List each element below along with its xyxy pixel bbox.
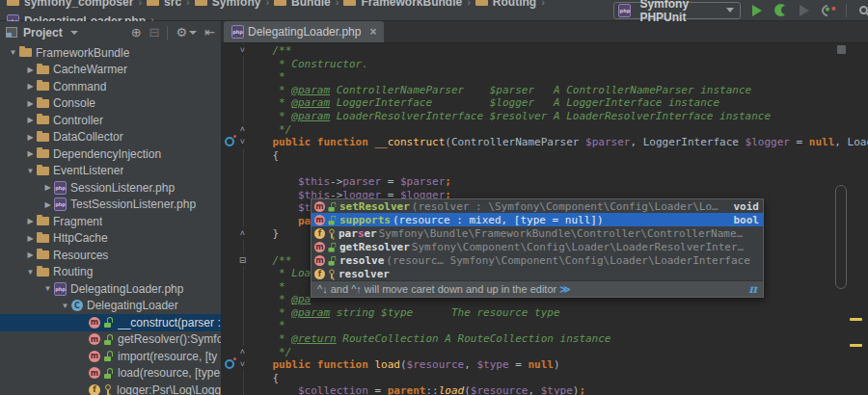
collapse-all-icon[interactable]: ⊟ [149, 25, 160, 40]
tree-item-label: __construct(parser : [118, 316, 221, 329]
lock-icon [328, 215, 336, 224]
php-icon [54, 198, 67, 211]
tree-arrow-icon[interactable]: ▶ [24, 82, 37, 91]
tree-item[interactable]: import(resource, [ty [0, 348, 221, 365]
code-line[interactable]: $collection = parent::load($resource, $t… [247, 384, 868, 395]
code-line[interactable] [247, 162, 868, 175]
key-icon [104, 384, 112, 395]
code-line[interactable]: */ [247, 123, 868, 137]
fold-marker-up[interactable]: ˄ [236, 346, 249, 358]
code-editor[interactable]: /** * Constructor. * * @param Controller… [222, 43, 868, 395]
breadcrumb-item[interactable]: FrameworkBundle [343, 0, 462, 9]
tree-item[interactable]: ▶SessionListener.php [0, 179, 221, 197]
close-icon[interactable]: × [369, 25, 376, 39]
tree-item[interactable]: ▶DataCollector [0, 129, 221, 146]
project-panel-title[interactable]: Project [23, 26, 63, 40]
inspection-status-square[interactable] [837, 45, 846, 54]
completion-item[interactable]: resolver [312, 267, 763, 280]
code-line[interactable]: * @param LoaderResolverInterface $resolv… [247, 110, 868, 123]
code-line[interactable]: * [247, 70, 868, 84]
completion-item[interactable]: parser Symfony\Bundle\FrameworkBundle\Co… [312, 226, 763, 240]
breadcrumb-item[interactable]: Symfony [195, 0, 261, 9]
fold-marker-up[interactable]: ˄ [236, 123, 249, 136]
tree-item[interactable]: ▶HttpCache [0, 230, 221, 248]
fold-marker-down[interactable]: ˅ [236, 136, 249, 148]
run-button[interactable] [752, 5, 762, 16]
lock-icon [328, 255, 336, 265]
hide-panel-icon[interactable]: ⇤ [204, 25, 215, 40]
tree-item[interactable]: ▼DelegatingLoader [0, 298, 221, 315]
tree-arrow-icon[interactable]: ▼ [41, 284, 54, 293]
tree-item[interactable]: ▶Console [0, 95, 221, 113]
tree-item[interactable]: logger:Psr\Log\Logg [0, 382, 221, 395]
tree-arrow-icon[interactable]: ▶ [24, 149, 37, 158]
tree-arrow-icon[interactable]: ▼ [24, 167, 37, 175]
code-line[interactable]: * @param string $type The resource type [247, 306, 868, 320]
code-line[interactable]: * [247, 319, 868, 332]
breadcrumb-item[interactable]: src [147, 0, 181, 9]
tree-item[interactable]: ▶DependencyInjection [0, 145, 221, 163]
tree-arrow-icon[interactable]: ▶ [24, 234, 37, 243]
tree-arrow-icon[interactable]: ▶ [41, 200, 54, 209]
fold-marker-down[interactable]: ˅ [236, 358, 249, 371]
tree-item[interactable]: ▼Routing [0, 264, 221, 281]
tree-arrow-icon[interactable]: ▼ [59, 302, 71, 310]
warning-stripe-mark[interactable] [850, 318, 862, 321]
completion-item[interactable]: resolve (resourc… Symfony\Component\Conf… [312, 253, 763, 267]
tree-item[interactable]: ▼DelegatingLoader.php [0, 280, 221, 298]
debug-listener-button[interactable] [820, 2, 836, 18]
code-line[interactable]: * @return RouteCollection A RouteCollect… [247, 332, 868, 346]
tree-item[interactable]: load(resource, [type [0, 365, 221, 382]
breadcrumb-item[interactable]: symfony_composer [7, 0, 133, 9]
breadcrumb-item[interactable]: Bundle [274, 0, 331, 9]
editor-scrollbar-thumb[interactable] [835, 185, 847, 289]
code-line[interactable]: { [247, 372, 868, 385]
code-line[interactable]: { [247, 149, 868, 163]
fold-marker-up[interactable]: ˄ [236, 227, 249, 240]
code-line[interactable]: * @param ControllerNameParser $parser A … [247, 84, 868, 97]
tree-arrow-icon[interactable]: ▼ [7, 48, 19, 57]
tree-item[interactable]: ▶Command [0, 78, 221, 95]
chevron-down-icon[interactable] [70, 31, 78, 35]
tree-item[interactable]: __construct(parser : [0, 314, 221, 331]
code-line[interactable]: public function __construct(ControllerNa… [247, 136, 868, 149]
code-line[interactable]: * @param LoggerInterface $logger A Logge… [247, 96, 868, 110]
fold-marker-box[interactable]: ⊟ [236, 254, 249, 267]
locate-icon[interactable]: ⊕ [131, 25, 142, 40]
run-configuration-select[interactable]: Symfony PHPUnit [613, 2, 741, 19]
tree-arrow-icon[interactable]: ▼ [24, 268, 37, 276]
tree-item[interactable]: ▼FrameworkBundle [0, 44, 221, 62]
tree-item[interactable]: getResolver():Symfon [0, 331, 221, 349]
completion-item[interactable]: getResolver Symfony\Component\Config\Loa… [312, 240, 763, 253]
tree-arrow-icon[interactable]: ▶ [24, 116, 37, 124]
tab-delegatingloader[interactable]: DelegatingLoader.php × [224, 21, 384, 42]
tree-arrow-icon[interactable]: ▶ [41, 183, 54, 192]
code-line[interactable]: $this->parser = $parser; [247, 175, 868, 189]
warning-stripe-mark[interactable] [850, 344, 862, 347]
search-icon[interactable] [859, 6, 868, 14]
settings-gear-icon[interactable]: ⚙ [176, 25, 197, 40]
tree-item[interactable]: ▶Fragment [0, 213, 221, 230]
tree-item[interactable]: ▶CacheWarmer [0, 62, 221, 79]
tree-item[interactable]: ▶Resources [0, 247, 221, 264]
tree-arrow-icon[interactable]: ▶ [24, 66, 37, 74]
tree-item[interactable]: ▶Controller [0, 112, 221, 129]
code-line[interactable]: public function load($resource, $type = … [247, 358, 868, 372]
completion-item[interactable]: supports (resource : mixed, [type = null… [312, 213, 763, 226]
code-line[interactable]: /** [247, 44, 868, 58]
fold-marker-down[interactable]: ˅ [236, 44, 249, 57]
tree-item-label: logger:Psr\Log\Logg [117, 383, 221, 395]
tree-arrow-icon[interactable]: ▶ [24, 217, 37, 225]
tree-arrow-icon[interactable]: ▶ [24, 99, 37, 108]
breadcrumb-item[interactable]: Routing [475, 0, 536, 9]
run-with-profiler-button[interactable] [800, 5, 809, 16]
tree-item[interactable]: ▶TestSessionListener.php [0, 197, 221, 214]
code-line[interactable]: */ [247, 346, 868, 359]
completion-item[interactable]: setResolver (resolver : \Symfony\Compone… [312, 199, 763, 213]
completion-hint-link[interactable]: ≫ [559, 283, 570, 296]
code-line[interactable]: * Constructor. [247, 58, 868, 71]
tree-arrow-icon[interactable]: ▶ [24, 250, 37, 259]
tree-item[interactable]: ▼EventListener [0, 163, 221, 180]
run-with-coverage-button[interactable] [774, 4, 787, 16]
tree-arrow-icon[interactable]: ▶ [24, 133, 37, 142]
